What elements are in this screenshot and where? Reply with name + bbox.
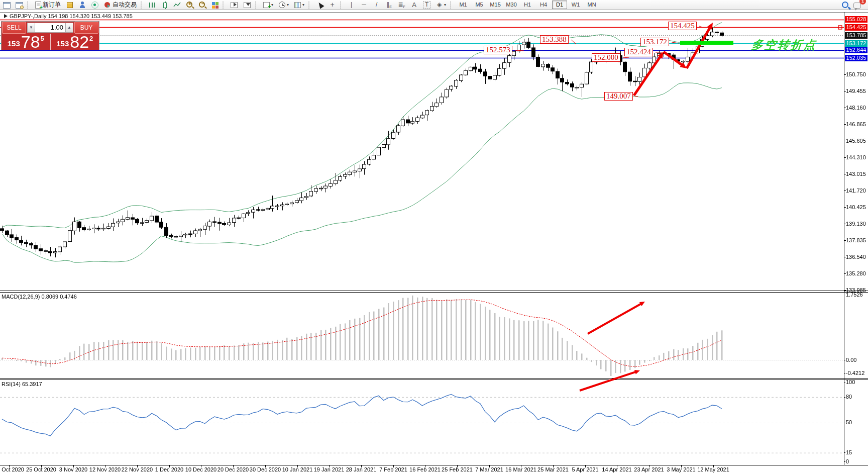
sell-price-main: 78: [21, 34, 40, 49]
bar-chart-icon: [149, 3, 155, 8]
rsi-scale-label: 50: [846, 419, 852, 425]
templates-button[interactable]: ▾: [292, 0, 306, 10]
rsi-scale-label: 0: [846, 458, 849, 464]
date-label: 14 Apr 2021: [602, 466, 631, 472]
trendline-tool-button[interactable]: /: [371, 0, 382, 10]
metaeditor-button[interactable]: [64, 0, 75, 10]
fibonacci-icon: ≣F: [398, 1, 405, 9]
toolbar-grip: [450, 2, 454, 9]
add-indicator-button[interactable]: ▾: [261, 0, 275, 10]
annotation-price-label: 153.388: [540, 35, 569, 44]
date-label: 7 Mar 2021: [475, 466, 503, 472]
chart-window-button[interactable]: [1, 0, 13, 10]
vertical-line-icon: |: [348, 1, 355, 9]
timeframe-w1[interactable]: W1: [568, 1, 583, 9]
volume-decrease-button[interactable]: ▼: [27, 23, 35, 33]
buy-price[interactable]: 153 82 2: [51, 34, 99, 50]
chart-canvas[interactable]: [0, 0, 868, 473]
price-level-label: 153.172: [845, 40, 867, 47]
chart-shift-icon: [244, 2, 251, 8]
price-tick-label: 133.985: [846, 287, 866, 293]
price-tick-label: 135.280: [846, 270, 866, 276]
cursor-button[interactable]: [314, 0, 325, 10]
chart-window-icon: [3, 2, 11, 9]
sell-price-prefix: 153: [8, 39, 20, 48]
timeframe-m5[interactable]: M5: [472, 1, 487, 9]
price-tick-label: 136.540: [846, 254, 866, 260]
price-tick-label: 150.750: [846, 71, 866, 77]
text-tool-button[interactable]: A: [408, 0, 420, 10]
chart-shift-button[interactable]: [241, 0, 253, 10]
crosshair-button[interactable]: +: [327, 0, 338, 10]
date-label: 16 Mar 2021: [505, 466, 536, 472]
rsi-label: RSI(14) 65.3917: [2, 381, 42, 387]
date-label: 16 Feb 2021: [409, 466, 441, 472]
signals-button[interactable]: [89, 0, 100, 10]
notifications-button[interactable]: 1: [851, 0, 863, 10]
new-order-icon: [35, 2, 41, 9]
buy-price-main: 82: [70, 34, 89, 49]
toolbar-grip: [223, 2, 226, 9]
horizontal-line-icon: ─: [360, 1, 368, 9]
timeframe-m30[interactable]: M30: [504, 1, 519, 9]
annotation-price-label: 152.424: [624, 48, 653, 56]
date-label: 7 Feb 2021: [379, 466, 407, 472]
date-label: 22 Nov 2020: [122, 466, 153, 472]
volume-input[interactable]: 1.00: [35, 23, 65, 33]
date-label: 3 Nov 2020: [59, 466, 87, 472]
timeframe-m1[interactable]: M1: [456, 1, 471, 9]
data-window-icon: [16, 2, 23, 9]
tile-windows-button[interactable]: [209, 0, 221, 10]
date-label: 12 Nov 2020: [89, 466, 121, 472]
data-window-button[interactable]: [14, 0, 25, 10]
search-button[interactable]: [840, 0, 850, 10]
sell-price-sup: 5: [41, 35, 44, 42]
shapes-tool-button[interactable]: ◈▾: [433, 0, 448, 10]
timeframe-mn[interactable]: MN: [584, 1, 599, 9]
chart-pointer-icon: [4, 14, 8, 18]
zoom-in-button[interactable]: [184, 0, 195, 10]
timeframe-m15[interactable]: M15: [488, 1, 503, 9]
price-tick-label: 146.865: [846, 121, 866, 127]
zoom-out-button[interactable]: [196, 0, 208, 10]
profile-button[interactable]: [76, 0, 88, 10]
toolbar-grip: [255, 2, 259, 9]
new-order-button[interactable]: 新订单: [33, 0, 63, 10]
auto-scroll-button[interactable]: [228, 0, 240, 10]
price-tick-label: 140.425: [846, 204, 866, 210]
date-label: 25 Mar 2021: [537, 466, 569, 472]
green-highlight-bar: [680, 41, 733, 45]
date-label: 1 Dec 2020: [155, 466, 183, 472]
fibonacci-tool-button[interactable]: ≣F: [396, 0, 407, 10]
timeframe-h4[interactable]: H4: [536, 1, 551, 9]
chart-title-row: GBPJPY-,Daily 154.198 154.320 153.449 15…: [4, 13, 133, 19]
channel-tool-button[interactable]: ∥E: [383, 0, 395, 10]
bar-chart-button[interactable]: [146, 0, 158, 10]
chevron-down-icon: ▾: [302, 3, 304, 7]
notification-badge: 1: [859, 0, 866, 5]
tile-windows-icon: [212, 2, 215, 5]
line-chart-button[interactable]: [171, 0, 183, 10]
autotrading-button[interactable]: 自动交易: [101, 0, 139, 10]
date-label: 28 Jan 2021: [346, 466, 377, 472]
rsi-scale-label: 15: [846, 449, 852, 455]
macd-scale-min: -0.4212: [846, 370, 864, 376]
toolbar-grip: [141, 2, 144, 9]
timeframe-d1[interactable]: D1: [552, 1, 567, 9]
hline-tool-button[interactable]: ─: [358, 0, 370, 10]
volume-increase-button[interactable]: ▲: [65, 23, 73, 33]
label-tool-button[interactable]: T: [421, 0, 432, 10]
sell-price[interactable]: 153 78 5: [2, 34, 51, 50]
vline-tool-button[interactable]: |: [346, 0, 357, 10]
date-label: 5 Apr 2021: [572, 466, 598, 472]
candlestick-icon: [163, 3, 167, 8]
periods-button[interactable]: ▾: [276, 0, 291, 10]
price-tick-label: 145.605: [846, 138, 866, 144]
cube-icon: [67, 2, 73, 8]
candlestick-button[interactable]: [159, 0, 170, 10]
trendline-icon: /: [373, 1, 380, 9]
text-icon: A: [410, 1, 418, 9]
price-tick-label: 148.160: [846, 105, 866, 111]
timeframe-bar: M1M5M15M30H1H4D1W1MN: [456, 1, 599, 9]
timeframe-h1[interactable]: H1: [520, 1, 535, 9]
